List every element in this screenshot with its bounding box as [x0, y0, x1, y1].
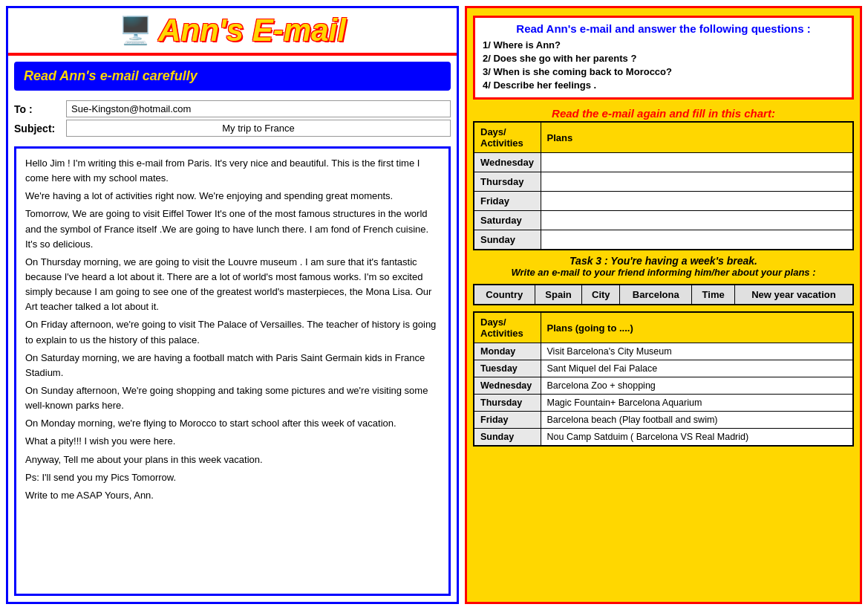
chart-row: Thursday	[474, 172, 853, 192]
subject-row: Subject: My trip to France	[14, 120, 451, 137]
question-item: 4/ Describe her feelings .	[483, 80, 844, 91]
plans-day-cell: Friday	[474, 412, 541, 429]
plans-day-cell: Sunday	[474, 429, 541, 447]
email-paragraph: On Sunday afternoon, We're going shoppin…	[25, 383, 440, 413]
plans-row: FridayBarcelona beach (Play football and…	[474, 412, 853, 429]
plans-cell	[541, 192, 853, 211]
to-label: To :	[14, 103, 66, 115]
day-cell: Thursday	[474, 172, 541, 192]
email-body: Hello Jim ! I'm writing this e-mail from…	[14, 146, 451, 596]
to-row: To : Sue-Kingston@hotmail.com	[14, 100, 451, 117]
plans-row: SundayNou Camp Satduim ( Barcelona VS Re…	[474, 429, 853, 447]
read-carefully-banner: Read Ann's e-mail carefully	[14, 62, 451, 91]
plans-day-cell: Thursday	[474, 395, 541, 412]
info-header-spain: Spain	[535, 285, 582, 305]
chart-header-days: Days/ Activities	[474, 122, 541, 153]
questions-title: Read Ann's e-mail and answer the followi…	[483, 22, 844, 35]
banner-text: Read Ann's e-mail carefully	[24, 68, 198, 83]
task3-box: Task 3 : You're having a week's break. W…	[473, 255, 854, 278]
day-cell: Friday	[474, 192, 541, 211]
computer-icon: 🖥️	[119, 15, 152, 46]
plans-cell	[541, 230, 853, 250]
right-panel: Read Ann's e-mail and answer the followi…	[465, 6, 862, 604]
chart-row: Wednesday	[474, 153, 853, 172]
info-header-new-year-vacation: New year vacation	[734, 285, 853, 305]
day-cell: Wednesday	[474, 153, 541, 172]
plans-row: MondayVisit Barcelona's City Museum	[474, 343, 853, 360]
email-paragraph: Write to me ASAP Yours, Ann.	[25, 488, 440, 503]
subject-field[interactable]: My trip to France	[66, 120, 451, 137]
email-paragraph: On Monday morning, we're flying to Moroc…	[25, 416, 440, 431]
plans-cell	[541, 153, 853, 172]
email-header: To : Sue-Kingston@hotmail.com Subject: M…	[8, 95, 457, 142]
plans-plan-cell: Visit Barcelona's City Museum	[541, 343, 853, 360]
email-paragraph: On Thursday morning, we are going to vis…	[25, 255, 440, 315]
plans-row: TuesdaySant Miquel del Fai Palace	[474, 360, 853, 377]
question-item: 2/ Does she go with her parents ?	[483, 53, 844, 64]
chart-header-plans: Plans	[541, 122, 853, 153]
email-paragraph: Anyway, Tell me about your plans in this…	[25, 452, 440, 467]
info-header-barcelona: Barcelona	[620, 285, 692, 305]
questions-box: Read Ann's e-mail and answer the followi…	[473, 16, 854, 100]
plans-table: Days/ Activities Plans (going to ....) M…	[473, 311, 854, 447]
email-paragraph: Tomorrow, We are going to visit Eiffel T…	[25, 207, 440, 251]
day-cell: Sunday	[474, 230, 541, 250]
email-paragraph: What a pity!!! I wish you were here.	[25, 434, 440, 449]
question-item: 3/ When is she coming back to Morocco?	[483, 66, 844, 77]
plans-plan-cell: Magic Fountain+ Barcelona Aquarium	[541, 395, 853, 412]
plans-plan-cell: Nou Camp Satduim ( Barcelona VS Real Mad…	[541, 429, 853, 447]
red-divider	[8, 53, 457, 56]
question-item: 1/ Where is Ann?	[483, 39, 844, 51]
title-banner: 🖥️ Ann's E-mail	[8, 8, 457, 51]
plans-day-cell: Monday	[474, 343, 541, 360]
info-table: CountrySpainCityBarcelonaTimeNew year va…	[473, 284, 854, 305]
plans-day-cell: Tuesday	[474, 360, 541, 377]
plans-plan-cell: Sant Miquel del Fai Palace	[541, 360, 853, 377]
left-panel: 🖥️ Ann's E-mail Read Ann's e-mail carefu…	[6, 6, 459, 604]
to-field[interactable]: Sue-Kingston@hotmail.com	[66, 100, 451, 117]
info-header-city: City	[582, 285, 620, 305]
plans-row: WednesdayBarcelona Zoo + shopping	[474, 377, 853, 395]
chart-title: Read the e-mail again and fill in this c…	[467, 104, 860, 121]
subject-label: Subject:	[14, 123, 66, 134]
email-paragraph: On Saturday morning, we are having a foo…	[25, 351, 440, 380]
plans-header-plans: Plans (going to ....)	[541, 312, 853, 343]
chart-row: Saturday	[474, 211, 853, 230]
info-header-time: Time	[692, 285, 734, 305]
page-title: Ann's E-mail	[158, 13, 346, 48]
email-paragraph: Ps: I'll send you my Pics Tomorrow.	[25, 470, 440, 485]
info-header-country: Country	[474, 285, 535, 305]
plans-row: ThursdayMagic Fountain+ Barcelona Aquari…	[474, 395, 853, 412]
activities-chart: Days/ Activities Plans WednesdayThursday…	[473, 121, 854, 250]
plans-plan-cell: Barcelona Zoo + shopping	[541, 377, 853, 395]
questions-list: 1/ Where is Ann?2/ Does she go with her …	[483, 39, 844, 91]
email-paragraph: Hello Jim ! I'm writing this e-mail from…	[25, 156, 440, 186]
plans-cell	[541, 211, 853, 230]
plans-day-cell: Wednesday	[474, 377, 541, 395]
plans-cell	[541, 172, 853, 192]
email-paragraph: We're having a lot of activities right n…	[25, 189, 440, 204]
day-cell: Saturday	[474, 211, 541, 230]
plans-header-days: Days/ Activities	[474, 312, 541, 343]
task3-line2: Write an e-mail to your friend informing…	[473, 267, 854, 278]
plans-plan-cell: Barcelona beach (Play football and swim)	[541, 412, 853, 429]
chart-row: Friday	[474, 192, 853, 211]
task3-line1: Task 3 : You're having a week's break.	[473, 255, 854, 267]
chart-row: Sunday	[474, 230, 853, 250]
email-paragraph: On Friday afternoon, we're going to visi…	[25, 317, 440, 347]
